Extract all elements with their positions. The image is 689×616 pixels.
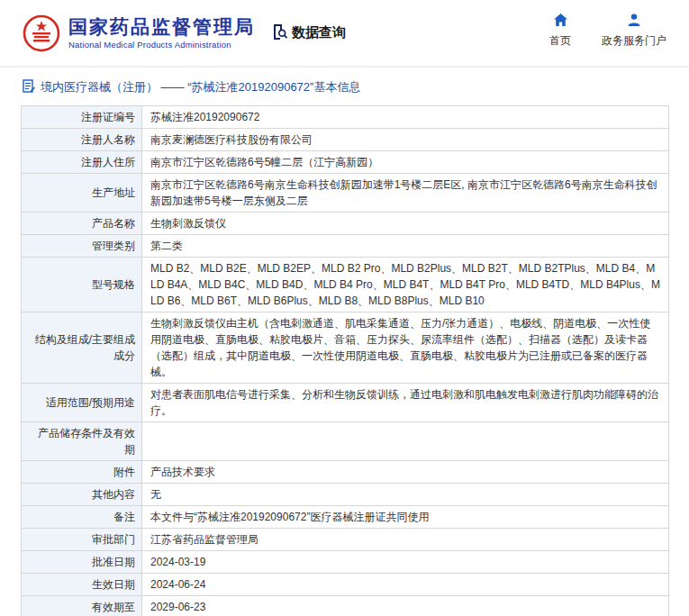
- field-label: 备注: [22, 506, 142, 529]
- field-label: 其他内容: [22, 484, 142, 506]
- field-label: 注册证编号: [22, 106, 142, 129]
- table-row: 注册证编号苏械注准20192090672: [22, 106, 669, 129]
- field-label: 生产地址: [22, 174, 142, 213]
- table-row: 型号规格MLD B2、MLD B2E、MLD B2EP、MLD B2 Pro、M…: [22, 258, 669, 313]
- nav-portal-label: 政务服务门户: [602, 33, 666, 49]
- table-row: 注册人住所南京市江宁区乾德路6号5幢二层（江宁高新园）: [22, 151, 669, 174]
- national-emblem-icon: [23, 14, 60, 53]
- field-value: 2024-03-19: [142, 551, 669, 574]
- site-header: 国家药品监督管理局 National Medical Products Admi…: [0, 0, 689, 68]
- home-icon: [553, 13, 568, 30]
- field-value: 第二类: [142, 235, 669, 258]
- top-nav: 首页 政务服务门户: [549, 13, 666, 49]
- breadcrumb-text: 境内医疗器械（注册） —— “苏械注准20192090672”基本信息: [41, 79, 360, 95]
- table-row: 产品名称生物刺激反馈仪: [22, 213, 669, 235]
- field-value: MLD B2、MLD B2E、MLD B2EP、MLD B2 Pro、MLD B…: [142, 258, 669, 313]
- table-row: 注册人名称南京麦澜德医疗科技股份有限公司: [22, 129, 669, 151]
- field-label: 生效日期: [22, 574, 142, 596]
- field-label: 批准日期: [22, 551, 142, 574]
- field-label: 适用范围/预期用途: [22, 384, 142, 422]
- agency-name-en: National Medical Products Administration: [68, 40, 255, 50]
- document-icon: [23, 79, 35, 95]
- field-label: 注册人住所: [22, 151, 142, 174]
- table-row: 管理类别第二类: [22, 235, 669, 258]
- field-value: 江苏省药品监督管理局: [142, 529, 669, 551]
- data-query-icon: [271, 23, 288, 43]
- field-label: 产品名称: [22, 213, 142, 235]
- field-label: 审批部门: [22, 529, 142, 551]
- field-value: 2024-06-24: [142, 574, 669, 596]
- field-value: 南京市江宁区乾德路6号南京生命科技创新园加速带1号楼二层E区, 南京市江宁区乾德…: [142, 174, 669, 213]
- table-row: 生效日期2024-06-24: [22, 574, 669, 596]
- field-label: 结构及组成/主要组成成分: [22, 313, 142, 384]
- nav-home-label: 首页: [549, 33, 571, 49]
- field-label: 附件: [22, 461, 142, 484]
- field-label: 有效期至: [22, 596, 142, 616]
- field-label: 注册人名称: [22, 129, 142, 151]
- table-row: 生产地址南京市江宁区乾德路6号南京生命科技创新园加速带1号楼二层E区, 南京市江…: [22, 174, 669, 213]
- nav-home[interactable]: 首页: [549, 13, 571, 49]
- field-value: 无: [142, 484, 669, 506]
- field-label: 产品储存条件及有效期: [22, 422, 142, 461]
- field-value: 苏械注准20192090672: [142, 106, 669, 129]
- agency-name-cn: 国家药品监督管理局: [68, 16, 255, 37]
- nav-data-query[interactable]: 数据查询: [271, 23, 346, 43]
- field-value: [142, 422, 669, 461]
- field-value: 南京麦澜德医疗科技股份有限公司: [142, 129, 669, 151]
- nmpa-logo[interactable]: 国家药品监督管理局 National Medical Products Admi…: [23, 14, 255, 53]
- table-row: 附件产品技术要求: [22, 461, 669, 484]
- field-value: 产品技术要求: [142, 461, 669, 484]
- user-icon: [627, 13, 641, 30]
- field-label: 管理类别: [22, 235, 142, 258]
- table-row: 有效期至2029-06-23: [22, 596, 669, 616]
- field-value: 对患者表面肌电信号进行采集、分析和生物反馈训练，通过电刺激和肌电触发电刺激进行肌…: [142, 384, 669, 422]
- table-row: 产品储存条件及有效期: [22, 422, 669, 461]
- table-row: 审批部门江苏省药品监督管理局: [22, 529, 669, 551]
- table-row: 其他内容无: [22, 484, 669, 506]
- table-row: 适用范围/预期用途对患者表面肌电信号进行采集、分析和生物反馈训练，通过电刺激和肌…: [22, 384, 669, 422]
- table-row: 备注本文件与“苏械注准20192090672”医疗器械注册证共同使用: [22, 506, 669, 529]
- agency-title-block: 国家药品监督管理局 National Medical Products Admi…: [68, 16, 255, 50]
- field-label: 型号规格: [22, 258, 142, 313]
- field-value: 生物刺激反馈仪由主机（含电刺激通道、肌电采集通道、压力/张力通道）、电极线、阴道…: [142, 313, 669, 384]
- table-row: 结构及组成/主要组成成分生物刺激反馈仪由主机（含电刺激通道、肌电采集通道、压力/…: [22, 313, 669, 384]
- data-query-label: 数据查询: [292, 24, 346, 41]
- breadcrumb: 境内医疗器械（注册） —— “苏械注准20192090672”基本信息: [0, 68, 689, 104]
- registration-info-table: 注册证编号苏械注准20192090672 注册人名称南京麦澜德医疗科技股份有限公…: [21, 105, 669, 616]
- field-value: 生物刺激反馈仪: [142, 213, 669, 235]
- field-value: 本文件与“苏械注准20192090672”医疗器械注册证共同使用: [142, 506, 669, 529]
- field-value: 南京市江宁区乾德路6号5幢二层（江宁高新园）: [142, 151, 669, 174]
- field-value: 2029-06-23: [142, 596, 669, 616]
- table-row: 批准日期2024-03-19: [22, 551, 669, 574]
- nav-portal[interactable]: 政务服务门户: [602, 13, 666, 49]
